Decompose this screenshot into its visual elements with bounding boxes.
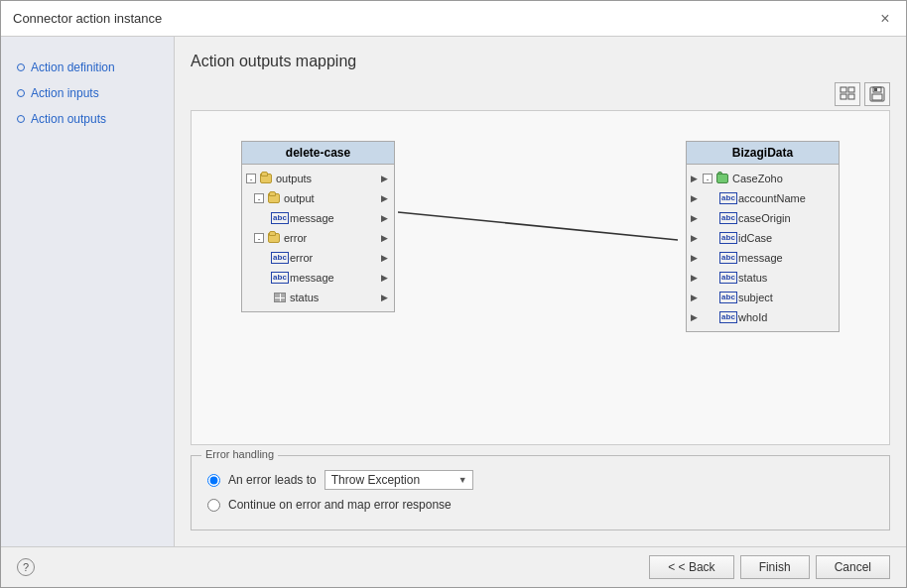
svg-rect-3 xyxy=(848,94,854,99)
left-tree-box: delete-case - outputs ▶ xyxy=(241,141,395,312)
content-area: Action outputs mapping xyxy=(175,37,906,546)
node-label: CaseZoho xyxy=(732,173,783,184)
tree-node: abc error ▶ xyxy=(246,248,390,268)
arrow-right-icon: ▶ xyxy=(381,293,388,302)
arrow-right-icon: ▶ xyxy=(381,213,388,223)
grid-icon xyxy=(273,292,287,303)
mapping-toolbar xyxy=(191,82,890,106)
expand-icon[interactable]: - xyxy=(254,193,264,203)
save-button[interactable] xyxy=(864,82,890,106)
layout-button[interactable] xyxy=(835,82,860,106)
tree-node: ▶ abc idCase xyxy=(691,228,835,248)
node-label: status xyxy=(738,272,767,284)
tree-node: status ▶ xyxy=(246,288,390,307)
arrow-left-icon: ▶ xyxy=(691,253,698,263)
close-button[interactable]: × xyxy=(876,10,894,28)
radio-continue-on-error[interactable] xyxy=(207,499,220,512)
expand-icon[interactable]: - xyxy=(246,174,256,183)
svg-rect-1 xyxy=(848,87,854,92)
error-handling-section: Error handling An error leads to Throw E… xyxy=(191,455,890,530)
arrow-right-icon: ▶ xyxy=(381,233,388,243)
arrow-left-icon: ▶ xyxy=(691,213,698,223)
right-tree-box: BizagiData ▶ - xyxy=(686,141,840,332)
abc-icon: abc xyxy=(721,292,735,303)
page-title: Action outputs mapping xyxy=(191,53,890,70)
tree-node: - output ▶ xyxy=(246,188,390,208)
bullet-icon xyxy=(17,63,25,71)
node-label: error xyxy=(284,232,307,244)
node-label: subject xyxy=(738,292,773,303)
expand-icon[interactable]: - xyxy=(703,174,713,183)
svg-rect-7 xyxy=(874,88,877,91)
abc-icon: abc xyxy=(273,272,287,284)
layout-icon xyxy=(840,86,855,102)
radio-continue-on-error-label: Continue on error and map error response xyxy=(228,498,452,512)
folder-icon xyxy=(267,192,281,204)
abc-icon: abc xyxy=(721,232,735,244)
node-label: message xyxy=(738,252,783,264)
sidebar-item-action-inputs[interactable]: Action inputs xyxy=(1,82,174,104)
tree-node: ▶ abc accountName xyxy=(691,188,835,208)
radio-throw-exception[interactable] xyxy=(207,474,220,487)
abc-icon: abc xyxy=(721,252,735,264)
back-button[interactable]: < < Back xyxy=(649,555,733,579)
tree-node: ▶ abc message xyxy=(691,248,835,268)
arrow-right-icon: ▶ xyxy=(381,174,388,183)
svg-line-8 xyxy=(398,212,678,240)
right-tree-header: BizagiData xyxy=(687,142,839,165)
svg-rect-0 xyxy=(841,87,846,92)
node-label: outputs xyxy=(276,173,312,184)
help-button[interactable]: ? xyxy=(17,558,35,576)
tree-node: - outputs ▶ xyxy=(246,169,390,188)
arrow-left-icon: ▶ xyxy=(691,273,698,283)
svg-rect-2 xyxy=(841,94,846,99)
sidebar-item-action-definition[interactable]: Action definition xyxy=(1,57,174,78)
main-window: Connector action instance × Action defin… xyxy=(0,0,907,588)
sidebar-item-action-outputs[interactable]: Action outputs xyxy=(1,108,174,130)
mapping-area: delete-case - outputs ▶ xyxy=(191,110,890,445)
abc-icon: abc xyxy=(273,252,287,264)
tree-node: abc message ▶ xyxy=(246,208,390,228)
arrow-left-icon: ▶ xyxy=(691,174,698,183)
tree-node: ▶ abc status xyxy=(691,268,835,288)
node-label: message xyxy=(290,272,334,284)
footer: ? < < Back Finish Cancel xyxy=(1,546,906,587)
node-label: whoId xyxy=(738,311,767,323)
arrow-right-icon: ▶ xyxy=(381,253,388,263)
tree-node: ▶ abc whoId xyxy=(691,307,835,327)
sidebar-item-label: Action outputs xyxy=(31,112,106,126)
abc-icon: abc xyxy=(721,311,735,323)
node-label: status xyxy=(290,292,319,303)
radio-row-1: An error leads to Throw Exception Ignore… xyxy=(207,470,873,490)
arrow-left-icon: ▶ xyxy=(691,312,698,322)
folder-icon xyxy=(259,173,273,184)
left-tree-body: - outputs ▶ - xyxy=(242,165,394,311)
expand-icon[interactable]: - xyxy=(254,233,264,243)
save-icon xyxy=(869,86,885,102)
radio-throw-exception-label: An error leads to xyxy=(228,473,317,487)
abc-icon: abc xyxy=(721,192,735,204)
node-label: idCase xyxy=(738,232,772,244)
node-label: caseOrigin xyxy=(738,212,791,224)
arrow-right-icon: ▶ xyxy=(381,193,388,203)
node-label: accountName xyxy=(738,192,806,204)
throw-exception-select[interactable]: Throw Exception Ignore Error Retry xyxy=(324,470,473,490)
arrow-left-icon: ▶ xyxy=(691,293,698,302)
window-title: Connector action instance xyxy=(13,11,162,26)
tree-node: abc message ▶ xyxy=(246,268,390,288)
bullet-icon xyxy=(17,89,25,97)
svg-rect-6 xyxy=(872,94,882,100)
error-handling-fieldset: Error handling An error leads to Throw E… xyxy=(191,455,890,530)
arrow-left-icon: ▶ xyxy=(691,233,698,243)
title-bar: Connector action instance × xyxy=(1,1,906,37)
bullet-icon xyxy=(17,115,25,123)
folder-icon xyxy=(267,232,281,244)
right-tree-body: ▶ - CaseZoho xyxy=(687,165,839,331)
tree-node: ▶ abc caseOrigin xyxy=(691,208,835,228)
cancel-button[interactable]: Cancel xyxy=(816,555,890,579)
arrow-right-icon: ▶ xyxy=(381,273,388,283)
abc-icon: abc xyxy=(721,272,735,284)
arrow-left-icon: ▶ xyxy=(691,193,698,203)
abc-icon: abc xyxy=(721,212,735,224)
finish-button[interactable]: Finish xyxy=(740,555,810,579)
